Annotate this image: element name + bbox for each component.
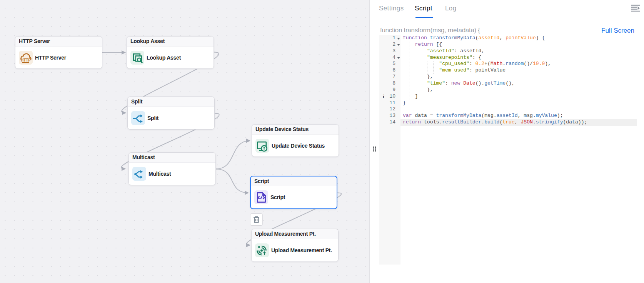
svg-text:HTTP: HTTP — [21, 58, 31, 62]
